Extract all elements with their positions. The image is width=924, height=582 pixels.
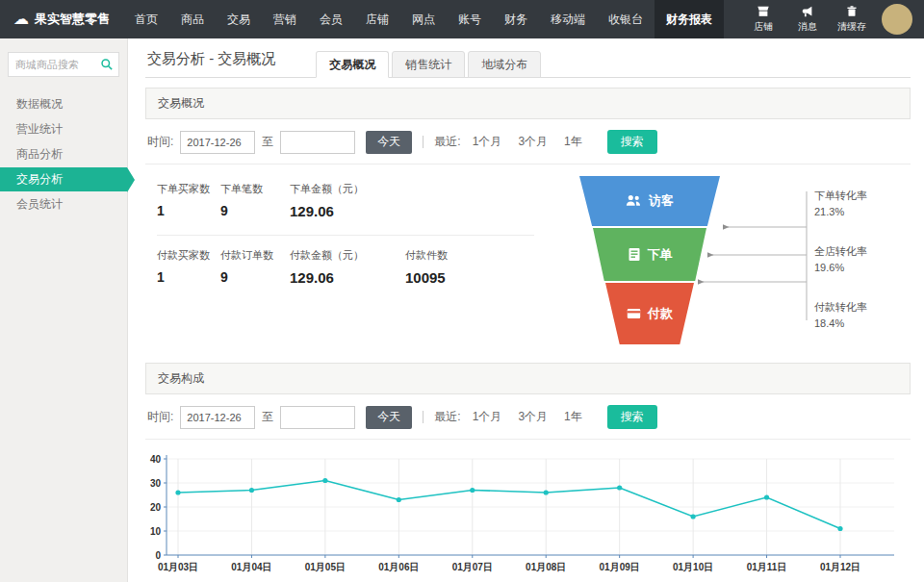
svg-text:01月11日: 01月11日 [747, 562, 787, 572]
range-3-months[interactable]: 3个月 [518, 134, 548, 150]
page-title: 交易分析 - 交易概况 [145, 50, 275, 77]
nav-item-cashier[interactable]: 收银台 [597, 0, 654, 38]
range-1-year[interactable]: 1年 [564, 409, 582, 425]
to-label: 至 [262, 134, 273, 150]
nav-item-finance-report[interactable]: 财务报表 [654, 0, 724, 38]
trade-trend-chart: 01020304001月03日01月04日01月05日01月06日01月07日0… [145, 440, 911, 582]
range-1-month[interactable]: 1个月 [473, 409, 502, 425]
time-label: 时间: [147, 134, 173, 150]
svg-text:01月06日: 01月06日 [378, 562, 419, 572]
overview-stats-section: 下单买家数 1 下单笔数 9 下单金额（元） 129.06 [145, 164, 911, 353]
main-nav: 首页 商品 交易 营销 会员 店铺 网点 账号 财务 移动端 收银台 财务报表 [123, 0, 724, 38]
filter-divider [423, 411, 424, 423]
payment-stats-row: 付款买家数 1 付款订单数 9 付款金额（元） 129.06 付款件数 [157, 235, 534, 301]
today-button[interactable]: 今天 [366, 131, 412, 154]
svg-text:30: 30 [150, 478, 162, 489]
filter-divider [423, 136, 424, 148]
date-to-input[interactable] [280, 406, 355, 429]
message-action-label: 消息 [798, 20, 817, 34]
sidebar-item-goods-analysis[interactable]: 商品分析 [0, 142, 127, 166]
today-button[interactable]: 今天 [366, 406, 412, 429]
svg-text:01月09日: 01月09日 [600, 562, 640, 572]
clear-cache-action[interactable]: 清缓存 [830, 0, 874, 38]
stat-pay-buyers: 付款买家数 1 [157, 248, 220, 286]
nav-item-home[interactable]: 首页 [123, 0, 169, 38]
stat-pay-orders: 付款订单数 9 [220, 248, 290, 286]
sidebar: 数据概况 营业统计 商品分析 交易分析 会员统计 [0, 38, 128, 582]
search-icon[interactable] [100, 58, 114, 71]
content-tabs: 交易概况 销售统计 地域分布 [316, 51, 544, 77]
stat-pay-amount: 付款金额（元） 129.06 [290, 248, 405, 286]
composition-panel-title: 交易构成 [158, 371, 204, 385]
brand-name: 果实智慧零售 [35, 11, 110, 28]
nav-item-marketing[interactable]: 营销 [262, 0, 308, 38]
sidebar-search [8, 52, 119, 77]
svg-text:10: 10 [150, 526, 162, 537]
svg-text:01月04日: 01月04日 [231, 562, 271, 572]
date-to-input[interactable] [280, 131, 355, 154]
sidebar-item-member-stats[interactable]: 会员统计 [0, 192, 127, 216]
svg-text:0: 0 [155, 550, 161, 561]
topbar-actions: 店铺 消息 清缓存 [741, 0, 924, 38]
svg-text:01月07日: 01月07日 [452, 562, 493, 572]
store-action[interactable]: 店铺 [741, 0, 785, 38]
conversion-funnel: 访客 下单 付款 [543, 176, 907, 347]
nav-item-account[interactable]: 账号 [447, 0, 493, 38]
date-from-input[interactable] [180, 131, 255, 154]
store-action-label: 店铺 [754, 20, 773, 34]
cloud-logo-icon: ☁ [13, 12, 29, 27]
nav-item-mobile[interactable]: 移动端 [539, 0, 597, 38]
message-action[interactable]: 消息 [785, 0, 830, 38]
order-stats-row: 下单买家数 1 下单笔数 9 下单金额（元） 129.06 [157, 176, 534, 235]
tab-region-distribution[interactable]: 地域分布 [468, 51, 541, 78]
range-3-months[interactable]: 3个月 [518, 409, 548, 425]
nav-item-goods[interactable]: 商品 [169, 0, 216, 38]
nav-item-trade[interactable]: 交易 [216, 0, 262, 38]
range-1-month[interactable]: 1个月 [473, 134, 502, 150]
nav-item-outlets[interactable]: 网点 [400, 0, 447, 38]
stats-block: 下单买家数 1 下单笔数 9 下单金额（元） 129.06 [157, 176, 534, 347]
svg-text:01月08日: 01月08日 [526, 562, 566, 572]
brand-logo[interactable]: ☁ 果实智慧零售 [0, 0, 123, 38]
main-content: 交易分析 - 交易概况 交易概况 销售统计 地域分布 交易概况 时间: 至 今天… [128, 38, 924, 582]
svg-text:01月12日: 01月12日 [820, 562, 860, 572]
svg-text:01月03日: 01月03日 [158, 562, 198, 572]
composition-panel-header: 交易构成 [145, 363, 911, 394]
svg-text:20: 20 [150, 502, 162, 513]
svg-text:01月05日: 01月05日 [305, 562, 346, 572]
conversion-order-rate: 下单转化率 21.3% [814, 188, 867, 219]
megaphone-icon [801, 5, 814, 18]
recent-label: 最近: [434, 134, 460, 150]
sidebar-item-trade-analysis[interactable]: 交易分析 [0, 167, 127, 191]
line-chart-svg: 01020304001月03日01月04日01月05日01月06日01月07日0… [145, 451, 896, 582]
range-1-year[interactable]: 1年 [564, 134, 582, 150]
to-label: 至 [262, 409, 273, 425]
shop-icon [757, 5, 770, 18]
recent-label: 最近: [434, 409, 460, 425]
overview-panel-title: 交易概况 [158, 96, 204, 110]
tab-sales-stats[interactable]: 销售统计 [392, 51, 465, 78]
sidebar-item-data-overview[interactable]: 数据概况 [0, 92, 127, 116]
top-navbar: ☁ 果实智慧零售 首页 商品 交易 营销 会员 店铺 网点 账号 财务 移动端 … [0, 0, 924, 38]
svg-text:01月10日: 01月10日 [673, 562, 713, 572]
nav-item-finance[interactable]: 财务 [493, 0, 539, 38]
sidebar-item-business-stats[interactable]: 营业统计 [0, 117, 127, 141]
stat-order-buyers: 下单买家数 1 [157, 182, 220, 219]
nav-item-members[interactable]: 会员 [308, 0, 354, 38]
composition-filter-row: 时间: 至 今天 最近: 1个月 3个月 1年 搜索 [145, 394, 911, 440]
date-from-input[interactable] [180, 406, 255, 429]
tab-trade-overview[interactable]: 交易概况 [316, 51, 389, 78]
overview-panel-header: 交易概况 [145, 88, 911, 119]
stat-order-count: 下单笔数 9 [220, 182, 290, 219]
time-label: 时间: [147, 409, 173, 425]
clear-cache-icon [845, 5, 859, 18]
search-button[interactable]: 搜索 [607, 130, 657, 154]
user-avatar[interactable] [882, 4, 912, 35]
stat-pay-items: 付款件数 10095 [405, 248, 498, 286]
conversion-store-rate: 全店转化率 19.6% [814, 243, 867, 275]
clear-cache-action-label: 清缓存 [837, 20, 866, 34]
nav-item-shop[interactable]: 店铺 [354, 0, 400, 38]
page-header: 交易分析 - 交易概况 交易概况 销售统计 地域分布 [145, 38, 911, 78]
panel-trade-composition: 交易构成 时间: 至 今天 最近: 1个月 3个月 1年 搜索 01020304… [145, 363, 911, 582]
search-button[interactable]: 搜索 [607, 405, 657, 429]
